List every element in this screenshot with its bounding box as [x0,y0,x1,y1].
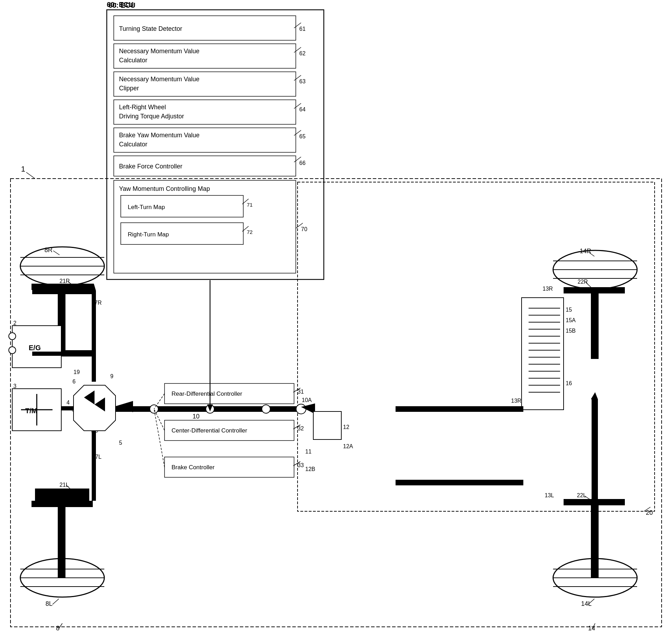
svg-text:2: 2 [13,320,16,326]
svg-text:10: 10 [193,413,200,420]
svg-point-73 [9,333,16,340]
svg-rect-2 [114,16,296,40]
svg-line-68 [68,282,73,285]
svg-text:Turning State Detector: Turning State Detector [119,25,182,32]
svg-line-167 [293,425,300,429]
svg-text:15A: 15A [566,317,576,323]
svg-rect-44 [11,179,662,627]
svg-rect-0 [107,10,324,279]
svg-line-177 [593,623,595,629]
svg-line-130 [588,599,594,604]
svg-rect-45 [298,182,655,511]
svg-text:13R: 13R [511,398,521,404]
svg-text:Center-Differential Controller: Center-Differential Controller [172,427,247,434]
svg-text:5C: 5C [91,428,98,434]
svg-rect-120 [591,289,599,359]
svg-text:Clipper: Clipper [119,85,139,92]
svg-text:63: 63 [299,78,306,84]
svg-rect-58 [32,501,93,507]
svg-text:Brake Force Controller: Brake Force Controller [119,163,182,170]
svg-text:65: 65 [299,133,306,139]
svg-rect-97 [92,431,96,501]
svg-text:15B: 15B [566,328,575,334]
svg-rect-154 [396,406,523,412]
svg-rect-121 [564,287,625,293]
svg-point-106 [296,404,306,414]
svg-point-104 [206,405,214,413]
svg-text:Calculator: Calculator [119,141,147,148]
svg-line-168 [154,409,165,430]
svg-rect-69 [32,350,93,356]
svg-rect-156 [396,480,523,485]
svg-text:7R: 7R [95,300,102,306]
svg-line-39 [242,226,249,231]
svg-line-20 [294,103,301,109]
svg-line-43 [26,172,35,179]
svg-rect-99 [32,290,93,294]
ecu-label: 60: ECU [107,1,134,9]
svg-line-29 [294,157,301,162]
svg-text:8: 8 [56,625,60,632]
svg-rect-21 [114,128,296,152]
svg-rect-132 [564,499,625,505]
svg-text:72: 72 [247,229,253,235]
svg-text:Rear-Differential Controller: Rear-Differential Controller [172,390,242,397]
svg-text:5B: 5B [112,407,119,413]
svg-rect-65 [58,285,65,355]
svg-text:13R: 13R [543,286,553,292]
svg-rect-110 [313,411,341,439]
svg-text:11: 11 [305,449,312,455]
svg-line-123 [586,282,591,287]
svg-point-59 [20,247,104,285]
svg-marker-175 [207,404,213,411]
svg-text:8R: 8R [44,247,53,254]
svg-text:33: 33 [298,462,304,468]
svg-text:Yaw Momentum Controlling Map: Yaw Momentum Controlling Map [119,185,210,192]
svg-text:71: 71 [247,202,253,208]
svg-point-103 [150,405,158,413]
svg-text:Left-Right Wheel: Left-Right Wheel [119,104,166,111]
svg-line-57 [67,485,72,490]
svg-text:64: 64 [299,106,306,112]
svg-point-125 [553,559,637,597]
svg-text:14L: 14L [581,600,592,607]
svg-rect-11 [114,72,296,96]
svg-rect-54 [58,501,65,578]
svg-text:21L: 21L [60,482,69,488]
svg-text:62: 62 [299,50,306,56]
svg-text:22L: 22L [577,492,586,498]
svg-text:12B: 12B [305,466,315,472]
svg-rect-16 [114,100,296,124]
svg-marker-94 [90,284,96,291]
svg-text:Right-Turn Map: Right-Turn Map [128,231,169,238]
svg-text:10A: 10A [302,397,312,403]
svg-text:7L: 7L [95,454,102,460]
svg-rect-88 [61,406,74,410]
svg-rect-26 [114,156,296,176]
svg-text:Driving Torque Adjustor: Driving Torque Adjustor [119,113,184,120]
svg-text:61: 61 [299,26,306,32]
svg-text:4: 4 [67,400,70,406]
svg-line-119 [588,252,594,256]
svg-text:22R: 22R [578,279,588,285]
svg-line-172 [293,462,300,466]
svg-line-134 [585,496,591,500]
svg-rect-169 [165,457,294,477]
svg-line-179 [59,623,62,629]
svg-rect-164 [165,420,294,441]
diagram-container: 60: ECU Turning State Detector 61 Necess… [0,0,670,644]
svg-text:Brake Controller: Brake Controller [172,464,215,471]
svg-text:T/M: T/M [25,407,37,415]
svg-text:9: 9 [110,373,113,379]
svg-marker-85 [74,385,116,431]
svg-text:20: 20 [646,509,653,516]
svg-line-5 [294,23,301,28]
svg-text:66: 66 [299,160,306,166]
svg-text:13L: 13L [545,492,554,498]
svg-rect-30 [114,180,296,273]
svg-text:1: 1 [21,165,25,173]
svg-rect-157 [592,399,598,501]
svg-rect-55 [35,489,89,503]
diagram-svg: 60: ECU Turning State Detector 61 Necess… [0,0,670,644]
svg-line-64 [53,251,60,255]
